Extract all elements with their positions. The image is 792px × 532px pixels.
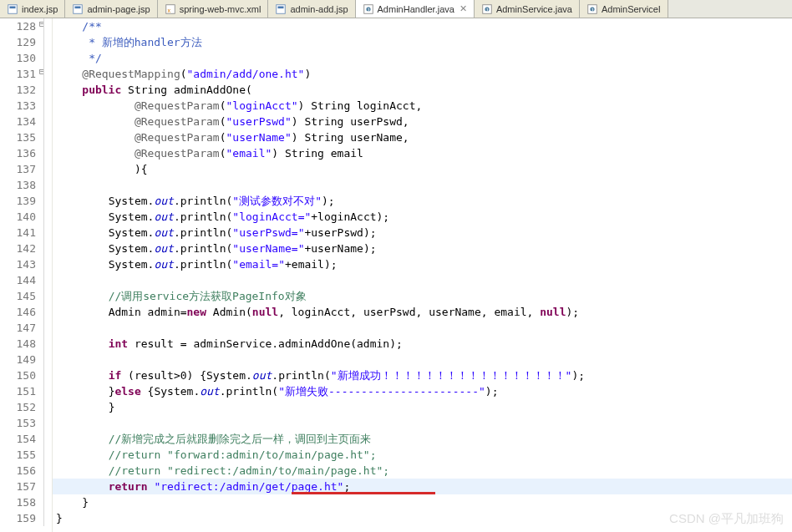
fold-marker[interactable] <box>38 367 52 383</box>
tab-label: AdminHandler.java <box>378 4 454 14</box>
code-line[interactable]: //return "forward:admin/to/main/page.ht"… <box>53 447 792 463</box>
fold-marker[interactable] <box>38 177 52 193</box>
tab-AdminHandler-java[interactable]: JAdminHandler.java✕ <box>356 0 475 18</box>
code-line[interactable]: //调用service方法获取PageInfo对象 <box>53 288 792 304</box>
fold-marker[interactable] <box>38 225 52 241</box>
line-number: 147 <box>0 320 38 336</box>
code-line[interactable]: System.out.println("loginAcct="+loginAcc… <box>53 209 792 225</box>
code-line[interactable]: if (result>0) {System.out.println("新增成功！… <box>53 367 792 383</box>
tab-index-jsp[interactable]: index.jsp <box>0 0 65 18</box>
code-line[interactable]: Admin admin=new Admin(null, loginAcct, u… <box>53 304 792 320</box>
fold-marker[interactable] <box>38 82 52 98</box>
line-number: 152 <box>0 399 38 415</box>
fold-marker[interactable] <box>38 18 52 34</box>
code-line[interactable]: /** <box>53 18 792 34</box>
line-number: 137 <box>0 161 38 177</box>
tab-AdminService-java[interactable]: JAdminService.java <box>475 0 580 18</box>
code-line[interactable]: ){ <box>53 161 792 177</box>
tab-label: AdminService.java <box>496 4 572 14</box>
svg-rect-1 <box>10 6 16 8</box>
svg-text:J: J <box>485 6 488 12</box>
code-line[interactable]: @RequestParam("loginAcct") String loginA… <box>53 98 792 114</box>
fold-marker[interactable] <box>38 114 52 129</box>
code-line[interactable] <box>53 177 792 193</box>
line-number: 132 <box>0 82 38 98</box>
fold-marker[interactable] <box>38 272 52 288</box>
fold-marker[interactable] <box>38 34 52 50</box>
tab-label: admin-page.jsp <box>87 4 150 14</box>
code-line[interactable]: public String adminAddOne( <box>53 82 792 98</box>
code-line[interactable] <box>53 415 792 431</box>
code-line[interactable]: System.out.println("email="+email); <box>53 256 792 272</box>
code-line[interactable]: System.out.println("userName="+userName)… <box>53 241 792 256</box>
fold-marker[interactable] <box>38 193 52 209</box>
line-number: 140 <box>0 209 38 225</box>
line-number: 151 <box>0 383 38 399</box>
line-number: 142 <box>0 241 38 256</box>
code-line[interactable]: }else {System.out.println("新增失败---------… <box>53 383 792 399</box>
close-icon[interactable]: ✕ <box>459 3 467 14</box>
fold-marker[interactable] <box>38 463 52 479</box>
tab-bar: index.jspadmin-page.jspxspring-web-mvc.x… <box>0 0 792 18</box>
fold-marker[interactable] <box>38 320 52 336</box>
line-number: 146 <box>0 304 38 320</box>
fold-marker[interactable] <box>38 241 52 256</box>
fold-marker[interactable] <box>38 383 52 399</box>
svg-rect-7 <box>278 6 284 8</box>
code-line[interactable]: * 新增的handler方法 <box>53 34 792 50</box>
fold-marker[interactable] <box>38 399 52 415</box>
code-line[interactable]: //return "redirect:/admin/to/main/page.h… <box>53 463 792 479</box>
code-line[interactable]: int result = adminService.adminAddOne(ad… <box>53 336 792 352</box>
code-line[interactable]: @RequestParam("email") String email <box>53 145 792 161</box>
svg-rect-6 <box>277 4 286 13</box>
svg-rect-2 <box>74 4 83 13</box>
line-number: 150 <box>0 367 38 383</box>
fold-marker[interactable] <box>38 50 52 66</box>
fold-marker[interactable] <box>38 161 52 177</box>
code-line[interactable] <box>53 272 792 288</box>
fold-marker[interactable] <box>38 479 52 494</box>
fold-marker[interactable] <box>38 336 52 352</box>
fold-marker[interactable] <box>38 129 52 145</box>
fold-marker[interactable] <box>38 447 52 463</box>
code-line[interactable]: @RequestParam("userPswd") String userPsw… <box>53 114 792 129</box>
line-gutter: 1281291301311321331341351361371381391401… <box>0 18 38 532</box>
code-line[interactable]: } <box>53 510 792 526</box>
tab-admin-page-jsp[interactable]: admin-page.jsp <box>65 0 157 18</box>
line-number: 135 <box>0 129 38 145</box>
line-number: 128 <box>0 18 38 34</box>
fold-marker[interactable] <box>38 352 52 367</box>
tab-admin-add-jsp[interactable]: admin-add.jsp <box>268 0 355 18</box>
svg-text:x: x <box>167 7 170 13</box>
line-number: 134 <box>0 114 38 129</box>
fold-marker[interactable] <box>38 510 52 526</box>
code-line[interactable]: */ <box>53 50 792 66</box>
fold-marker[interactable] <box>38 288 52 304</box>
line-number: 154 <box>0 431 38 447</box>
code-line[interactable]: //新增完成之后就跟删除完之后一样，调回到主页面来 <box>53 431 792 447</box>
fold-marker[interactable] <box>38 431 52 447</box>
code-area[interactable]: /** * 新增的handler方法 */ @RequestMapping("a… <box>53 18 792 532</box>
code-line[interactable] <box>53 352 792 367</box>
fold-marker[interactable] <box>38 145 52 161</box>
code-line[interactable]: } <box>53 399 792 415</box>
line-number: 153 <box>0 415 38 431</box>
fold-marker[interactable] <box>38 256 52 272</box>
code-line[interactable]: @RequestMapping("admin/add/one.ht") <box>53 66 792 82</box>
code-line[interactable]: } <box>53 494 792 510</box>
line-number: 156 <box>0 463 38 479</box>
tab-label: spring-web-mvc.xml <box>180 4 261 14</box>
code-line[interactable] <box>53 320 792 336</box>
line-number: 139 <box>0 193 38 209</box>
fold-marker[interactable] <box>38 494 52 510</box>
fold-marker[interactable] <box>38 304 52 320</box>
code-line[interactable]: @RequestParam("userName") String userNam… <box>53 129 792 145</box>
fold-marker[interactable] <box>38 209 52 225</box>
fold-marker[interactable] <box>38 98 52 114</box>
code-line[interactable]: System.out.println("测试参数对不对"); <box>53 193 792 209</box>
code-line[interactable]: System.out.println("userPswd="+userPswd)… <box>53 225 792 241</box>
tab-spring-web-mvc-xml[interactable]: xspring-web-mvc.xml <box>158 0 269 18</box>
fold-marker[interactable] <box>38 66 52 82</box>
fold-marker[interactable] <box>38 415 52 431</box>
tab-AdminServiceI[interactable]: JAdminServiceI <box>580 0 668 18</box>
